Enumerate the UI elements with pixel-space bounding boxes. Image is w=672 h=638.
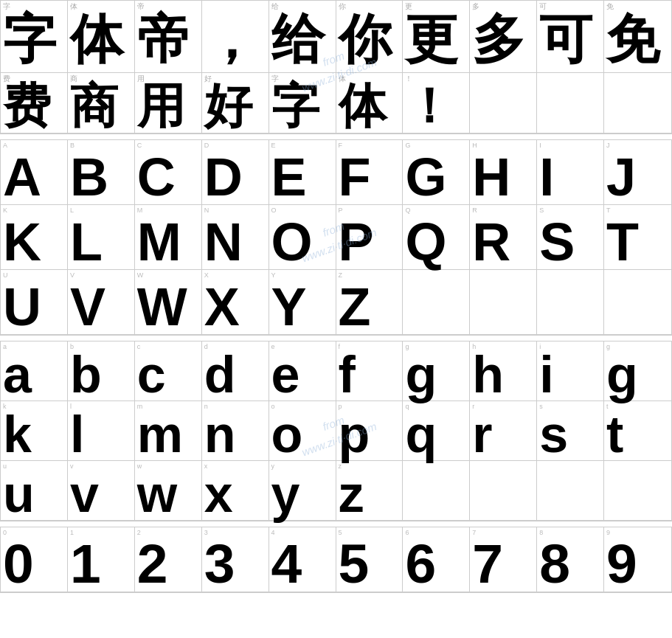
char-cell: 好好	[202, 73, 269, 134]
char-cell: 费费	[1, 73, 68, 134]
cell-char: h	[472, 349, 504, 401]
char-cell: ZZ	[336, 270, 403, 335]
char-cell: QQ	[403, 205, 470, 270]
cell-label: 6	[405, 529, 409, 537]
char-cell: ，	[202, 1, 269, 73]
char-cell: gg	[403, 341, 470, 401]
char-cell: cc	[135, 341, 202, 401]
cell-char: F	[339, 150, 371, 204]
char-cell: TT	[604, 205, 671, 270]
cell-label: 体	[339, 74, 346, 83]
char-cell: oo	[269, 401, 336, 461]
char-cell: 可可	[537, 1, 604, 73]
cell-label: Z	[339, 271, 343, 280]
cell-label: 1	[70, 529, 74, 537]
cell-label: 好	[204, 74, 212, 83]
char-cell: uu	[1, 461, 68, 521]
cell-label: b	[70, 343, 74, 351]
cell-char: z	[339, 468, 364, 520]
cell-char: l	[70, 409, 84, 460]
uppercase-row2: KKLLMMNNOOPPQQRRSSTT	[1, 205, 671, 270]
char-cell: 22	[135, 527, 202, 592]
cell-char: g	[405, 349, 437, 401]
cell-char: a	[3, 349, 32, 401]
cell-label: l	[70, 403, 72, 411]
cell-char: 4	[271, 536, 302, 592]
cell-char: 字	[3, 13, 56, 66]
cell-char: N	[204, 215, 243, 268]
char-cell: ss	[537, 401, 604, 461]
cell-char: q	[405, 409, 437, 460]
cell-label: h	[472, 343, 476, 351]
char-cell: FF	[336, 140, 403, 205]
cell-label: T	[606, 207, 611, 215]
char-cell: BB	[68, 140, 135, 205]
char-cell	[470, 73, 537, 134]
cell-label: g	[606, 343, 610, 351]
uppercase-row1: AABBCCDDEEFFGGHHIIJJ	[1, 140, 671, 205]
char-cell: gg	[604, 341, 671, 401]
cell-label: O	[271, 207, 277, 215]
cell-char: 3	[204, 536, 235, 592]
char-cell: 00	[1, 527, 68, 592]
cell-label: a	[3, 343, 7, 351]
char-cell: 88	[537, 527, 604, 592]
char-cell: JJ	[604, 140, 671, 205]
chinese-row2: 费费商商用用好好字字体体！！	[1, 73, 671, 134]
cell-label: f	[339, 343, 341, 351]
cell-char: P	[339, 215, 374, 268]
cell-label: w	[137, 462, 142, 471]
cell-char: E	[271, 150, 307, 204]
cell-label: g	[405, 343, 409, 351]
char-cell: xx	[202, 461, 269, 521]
cell-label: H	[472, 142, 477, 150]
char-cell: 给给	[269, 1, 336, 73]
cell-label: E	[271, 142, 276, 150]
cell-char: 商	[70, 82, 118, 130]
cell-char: G	[405, 150, 446, 204]
cell-label: ！	[405, 74, 412, 83]
char-cell: zz	[336, 461, 403, 521]
uppercase-section: AABBCCDDEEFFGGHHIIJJ KKLLMMNNOOPPQQRRSST…	[0, 139, 672, 335]
cell-label: 更	[405, 2, 412, 11]
cell-char: v	[70, 468, 99, 520]
char-cell: VV	[68, 270, 135, 335]
char-cell: ll	[68, 401, 135, 461]
char-cell: ii	[537, 341, 604, 401]
char-cell: ff	[336, 341, 403, 401]
cell-char: I	[539, 150, 554, 204]
cell-label: M	[137, 207, 143, 215]
cell-char: w	[137, 468, 177, 520]
char-cell	[604, 461, 671, 521]
cell-label: o	[271, 403, 275, 411]
char-cell: hh	[470, 341, 537, 401]
cell-char: f	[339, 349, 356, 401]
char-cell: 66	[403, 527, 470, 592]
cell-char: s	[539, 409, 568, 460]
char-cell: SS	[537, 205, 604, 270]
char-cell: ee	[269, 341, 336, 401]
cell-char: n	[204, 409, 236, 460]
divider-1	[0, 134, 672, 139]
char-cell	[470, 461, 537, 521]
cell-char: 给	[271, 13, 325, 66]
char-cell: 体体	[68, 1, 135, 73]
cell-label: u	[3, 462, 7, 471]
char-cell: UU	[1, 270, 68, 335]
cell-char: p	[339, 409, 370, 460]
cell-label: r	[472, 403, 474, 411]
cell-char: 字	[271, 82, 319, 130]
cell-char: 好	[204, 82, 252, 130]
cell-char: U	[3, 280, 41, 333]
cell-char: 2	[137, 536, 168, 592]
lowercase-section: aabbccddeeffgghhiigg kkllmmnnooppqqrrsst…	[0, 341, 672, 521]
char-cell: nn	[202, 401, 269, 461]
cell-label: K	[3, 207, 7, 215]
cell-label: N	[204, 207, 209, 215]
char-cell: EE	[269, 140, 336, 205]
cell-char: H	[472, 150, 510, 204]
cell-label: G	[405, 142, 410, 150]
cell-char: d	[204, 349, 236, 401]
char-cell: II	[537, 140, 604, 205]
char-cell: XX	[202, 270, 269, 335]
